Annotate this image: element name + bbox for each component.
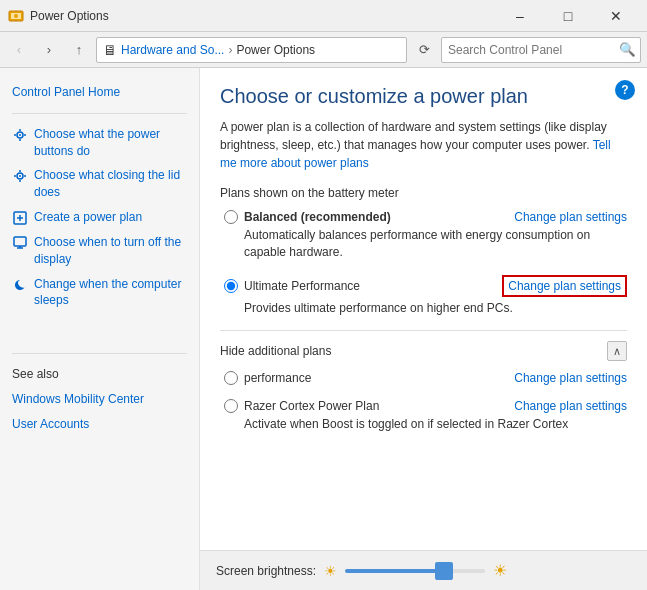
- sidebar-item-computer-sleeps[interactable]: Change when the computer sleeps: [0, 272, 199, 314]
- sidebar-label-closing-lid: Choose what closing the lid does: [34, 167, 187, 201]
- plan-radio-label-performance[interactable]: performance: [224, 371, 311, 385]
- page-description: A power plan is a collection of hardware…: [220, 118, 627, 172]
- change-settings-razer[interactable]: Change plan settings: [514, 399, 627, 413]
- monitor-icon: [12, 235, 28, 251]
- sidebar-item-closing-lid[interactable]: Choose what closing the lid does: [0, 163, 199, 205]
- minimize-button[interactable]: –: [497, 0, 543, 32]
- title-bar: Power Options – □ ✕: [0, 0, 647, 32]
- sidebar-item-create-plan[interactable]: Create a power plan: [0, 205, 199, 230]
- svg-point-2: [14, 14, 18, 18]
- plan-header-razer: Razer Cortex Power Plan Change plan sett…: [224, 399, 627, 413]
- plan-radio-label-razer[interactable]: Razer Cortex Power Plan: [224, 399, 379, 413]
- sun-icon-small: ☀: [324, 563, 337, 579]
- plan-name-balanced: Balanced (recommended): [244, 210, 391, 224]
- nav-bar: ‹ › ↑ 🖥 Hardware and So... › Power Optio…: [0, 32, 647, 68]
- breadcrumb-icon: 🖥: [103, 42, 117, 58]
- up-button[interactable]: ↑: [66, 37, 92, 63]
- plan-header-performance: performance Change plan settings: [224, 371, 627, 385]
- collapse-button[interactable]: ∧: [607, 341, 627, 361]
- sidebar-item-control-panel-home[interactable]: Control Panel Home: [0, 80, 199, 105]
- divider-1: [220, 330, 627, 331]
- plans-section-label: Plans shown on the battery meter: [220, 186, 627, 200]
- content-area: ? Choose or customize a power plan A pow…: [200, 68, 647, 590]
- maximize-button[interactable]: □: [545, 0, 591, 32]
- hide-plans-label: Hide additional plans: [220, 344, 331, 358]
- breadcrumb-current: Power Options: [236, 43, 315, 57]
- plan-name-performance: performance: [244, 371, 311, 385]
- plan-item-balanced: Balanced (recommended) Change plan setti…: [220, 210, 627, 261]
- refresh-button[interactable]: ⟳: [411, 37, 437, 63]
- svg-point-4: [19, 134, 21, 136]
- sun-icon-large: ☀: [493, 561, 507, 580]
- sidebar-item-power-buttons[interactable]: Choose what the power buttons do: [0, 122, 199, 164]
- plan-name-razer: Razer Cortex Power Plan: [244, 399, 379, 413]
- slider-thumb[interactable]: [435, 562, 453, 580]
- plan-name-ultimate: Ultimate Performance: [244, 279, 360, 293]
- gear-icon-2: [12, 168, 28, 184]
- brightness-slider[interactable]: [345, 569, 485, 573]
- help-button[interactable]: ?: [615, 80, 635, 100]
- close-button[interactable]: ✕: [593, 0, 639, 32]
- plan-description-ultimate: Provides ultimate performance on higher …: [244, 300, 627, 317]
- plan-description-balanced: Automatically balances performance with …: [244, 227, 627, 261]
- plan-radio-label-balanced[interactable]: Balanced (recommended): [224, 210, 391, 224]
- bottom-bar: Screen brightness: ☀ ☀: [200, 550, 647, 590]
- breadcrumb-sep1: ›: [228, 43, 232, 57]
- sidebar: Control Panel Home Choose what the power…: [0, 68, 200, 590]
- search-input[interactable]: [442, 43, 614, 57]
- svg-point-10: [19, 175, 21, 177]
- brightness-label: Screen brightness:: [216, 564, 316, 578]
- plan-header-ultimate: Ultimate Performance Change plan setting…: [224, 275, 627, 297]
- search-box: 🔍: [441, 37, 641, 63]
- plan-radio-balanced[interactable]: [224, 210, 238, 224]
- plan-radio-performance[interactable]: [224, 371, 238, 385]
- moon-icon: [12, 277, 28, 293]
- create-icon: [12, 210, 28, 226]
- change-settings-balanced[interactable]: Change plan settings: [514, 210, 627, 224]
- sidebar-item-turn-off-display[interactable]: Choose when to turn off the display: [0, 230, 199, 272]
- plan-radio-ultimate[interactable]: [224, 279, 238, 293]
- sidebar-item-user-accounts[interactable]: User Accounts: [0, 412, 199, 437]
- page-title: Choose or customize a power plan: [220, 84, 627, 108]
- change-settings-performance[interactable]: Change plan settings: [514, 371, 627, 385]
- see-also-label: See also: [0, 362, 199, 387]
- app-icon: [8, 8, 24, 24]
- sidebar-label-power-buttons: Choose what the power buttons do: [34, 126, 187, 160]
- plan-header-balanced: Balanced (recommended) Change plan setti…: [224, 210, 627, 224]
- plan-item-razer: Razer Cortex Power Plan Change plan sett…: [220, 399, 627, 433]
- sidebar-divider-1: [12, 113, 187, 114]
- plan-radio-label-ultimate[interactable]: Ultimate Performance: [224, 279, 360, 293]
- sidebar-item-mobility-center[interactable]: Windows Mobility Center: [0, 387, 199, 412]
- change-settings-ultimate[interactable]: Change plan settings: [502, 275, 627, 297]
- plan-item-ultimate: Ultimate Performance Change plan setting…: [220, 275, 627, 317]
- sidebar-label-create-plan: Create a power plan: [34, 209, 142, 226]
- gear-icon-1: [12, 127, 28, 143]
- sidebar-label-turn-off-display: Choose when to turn off the display: [34, 234, 187, 268]
- hide-plans-row: Hide additional plans ∧: [220, 341, 627, 361]
- plan-item-performance: performance Change plan settings: [220, 371, 627, 385]
- plan-radio-razer[interactable]: [224, 399, 238, 413]
- main-layout: Control Panel Home Choose what the power…: [0, 68, 647, 590]
- plan-description-razer: Activate when Boost is toggled on if sel…: [244, 416, 627, 433]
- breadcrumb: 🖥 Hardware and So... › Power Options: [96, 37, 407, 63]
- window-title: Power Options: [30, 9, 497, 23]
- sidebar-divider-2: [12, 353, 187, 354]
- window-controls: – □ ✕: [497, 0, 639, 32]
- search-button[interactable]: 🔍: [614, 37, 640, 63]
- forward-button[interactable]: ›: [36, 37, 62, 63]
- breadcrumb-part1[interactable]: Hardware and So...: [121, 43, 224, 57]
- back-button[interactable]: ‹: [6, 37, 32, 63]
- sidebar-label-computer-sleeps: Change when the computer sleeps: [34, 276, 187, 310]
- svg-rect-18: [14, 237, 26, 246]
